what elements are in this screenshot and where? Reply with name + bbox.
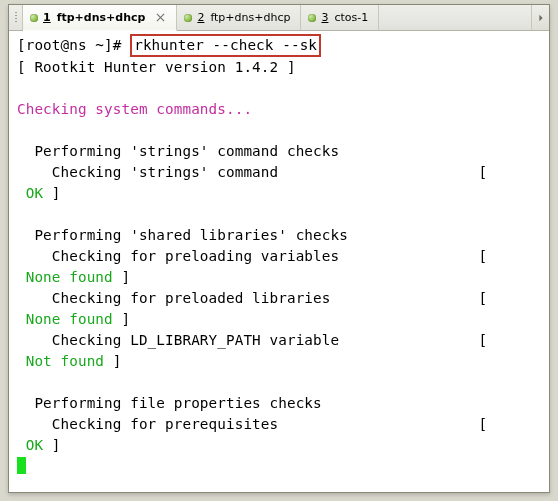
command-highlighted: rkhunter --check --sk	[130, 34, 321, 57]
terminal-output[interactable]: [root@ns ~]# rkhunter --check --sk [ Roo…	[9, 31, 549, 492]
output-line: ]	[104, 353, 121, 369]
status-ok: OK	[17, 437, 43, 453]
tab-close-button[interactable]	[154, 12, 166, 24]
status-none-found: None found	[17, 269, 113, 285]
output-line: Checking for preloaded libraries [	[17, 290, 487, 306]
output-line: ]	[113, 311, 130, 327]
output-line: Checking for prerequisites [	[17, 416, 487, 432]
tabbar-scroll-right[interactable]	[531, 5, 549, 30]
output-line: Checking LD_LIBRARY_PATH variable [	[17, 332, 487, 348]
tab-number: 2	[197, 11, 205, 24]
terminal-window: 1 ftp+dns+dhcp 2 ftp+dns+dhcp 3 ctos-1 […	[8, 4, 550, 493]
status-dot-icon	[184, 14, 192, 22]
tab-number: 1	[43, 11, 52, 24]
status-ok: OK	[17, 185, 43, 201]
output-line: Performing 'strings' command checks	[17, 143, 339, 159]
tab-1[interactable]: 1 ftp+dns+dhcp	[23, 5, 177, 31]
status-not-found: Not found	[17, 353, 104, 369]
tab-label: ftp+dns+dhcp	[210, 11, 290, 24]
tab-number: 3	[321, 11, 329, 24]
status-dot-icon	[30, 14, 38, 22]
terminal-cursor	[17, 457, 26, 474]
output-line: Checking 'strings' command [	[17, 164, 487, 180]
tabbar-drag-handle[interactable]	[9, 5, 23, 30]
tab-bar: 1 ftp+dns+dhcp 2 ftp+dns+dhcp 3 ctos-1	[9, 5, 549, 31]
version-line: [ Rootkit Hunter version 1.4.2 ]	[17, 59, 296, 75]
output-line: Performing 'shared libraries' checks	[17, 227, 348, 243]
status-dot-icon	[308, 14, 316, 22]
tab-2[interactable]: 2 ftp+dns+dhcp	[177, 5, 301, 30]
chevron-right-icon	[537, 14, 545, 22]
output-line: Performing file properties checks	[17, 395, 322, 411]
output-line: Checking for preloading variables [	[17, 248, 487, 264]
tab-3[interactable]: 3 ctos-1	[301, 5, 379, 30]
prompt: [root@ns ~]#	[17, 37, 130, 53]
output-line: ]	[43, 185, 60, 201]
output-line: ]	[43, 437, 60, 453]
status-none-found: None found	[17, 311, 113, 327]
section-header: Checking system commands...	[17, 101, 252, 117]
output-line: ]	[113, 269, 130, 285]
tab-label: ftp+dns+dhcp	[57, 11, 146, 24]
tab-label: ctos-1	[334, 11, 368, 24]
